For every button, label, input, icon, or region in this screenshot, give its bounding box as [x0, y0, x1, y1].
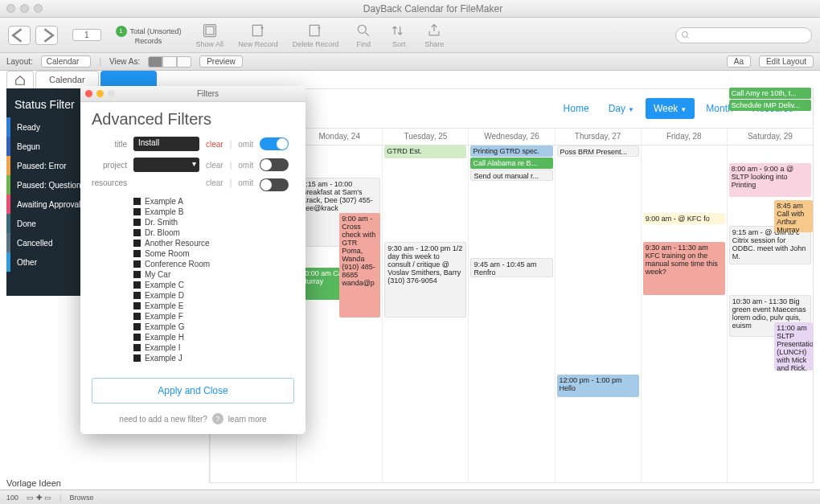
svg-point-4: [359, 25, 367, 33]
status-footer: 100 ▭ ✚ ▭ | Browse: [0, 490, 820, 504]
new-record-button[interactable]: New Record: [238, 23, 278, 48]
resources-list: Example AExample BDr. SmithDr. BloomAnot…: [80, 195, 305, 370]
event[interactable]: Schedule IMP Deliv...: [729, 100, 811, 111]
window-traffic-lights[interactable]: [6, 4, 43, 13]
event[interactable]: Call Amy re 10th, t...: [729, 88, 811, 99]
record-counter: 1: [72, 29, 101, 41]
help-icon[interactable]: ?: [212, 413, 223, 424]
resources-clear[interactable]: clear: [206, 178, 223, 187]
modal-traffic-lights[interactable]: [85, 90, 115, 97]
toolbar: 1 1 Total (Unsorted) Records Show All Ne…: [0, 18, 820, 53]
aa-button[interactable]: Aa: [727, 55, 751, 68]
title-label: title: [92, 140, 127, 149]
layout-select[interactable]: Calendar: [41, 55, 92, 68]
event[interactable]: 9:00 am - Cross check with GTR Poma, Wan…: [339, 213, 380, 318]
nav-home[interactable]: Home: [556, 98, 597, 119]
home-tab[interactable]: [6, 71, 34, 88]
resource-item[interactable]: Conference Room: [133, 259, 294, 269]
title-input[interactable]: Install: [133, 137, 199, 151]
event[interactable]: Send out manual r...: [470, 170, 552, 181]
event[interactable]: 9:00 am - @ KFC fo: [643, 213, 725, 224]
show-all-button[interactable]: Show All: [196, 23, 224, 48]
apply-close-button[interactable]: Apply and Close: [92, 378, 294, 404]
svg-rect-2: [252, 25, 262, 35]
resource-item[interactable]: Example J: [133, 353, 294, 363]
resource-item[interactable]: Dr. Bloom: [133, 227, 294, 238]
resource-item[interactable]: Example C: [133, 280, 294, 290]
window-titlebar: DayBack Calendar for FileMaker: [0, 0, 820, 18]
nav-week[interactable]: Week▼: [646, 98, 695, 119]
event[interactable]: 9:45 am - 10:45 am Renfro: [470, 258, 552, 277]
svg-rect-1: [206, 27, 214, 35]
event[interactable]: Poss BRM Present...: [557, 145, 639, 157]
resource-item[interactable]: Example D: [133, 290, 294, 301]
zoom-value[interactable]: 100: [6, 494, 18, 502]
resources-omit: omit: [238, 178, 253, 187]
record-number[interactable]: 1: [72, 29, 101, 41]
resource-item[interactable]: Some Room: [133, 248, 294, 259]
resources-omit-toggle[interactable]: [260, 178, 289, 191]
resource-item[interactable]: Example E: [133, 301, 294, 311]
event[interactable]: 11:00 am SLTP Presentation (LUNCH) with …: [774, 322, 813, 371]
total-label: Total (Unsorted): [130, 27, 182, 35]
event[interactable]: 12:00 pm - 1:00 pm Hello: [557, 375, 639, 397]
viewas-segmented[interactable]: [148, 56, 191, 68]
viewas-label: View As:: [109, 57, 140, 66]
resource-item[interactable]: Example I: [133, 342, 294, 353]
resource-item[interactable]: Another Resource: [133, 238, 294, 248]
event[interactable]: GTRD Est.: [384, 145, 466, 158]
nav-next-button[interactable]: [35, 26, 58, 45]
watermark: Vorlage Ideen: [6, 478, 61, 488]
layout-bar: Layout: Calendar | View As: Preview Aa E…: [0, 53, 820, 71]
day-header: Monday, 24: [296, 129, 382, 145]
modal-title: Advanced Filters: [80, 102, 305, 133]
find-button[interactable]: Find: [353, 23, 374, 48]
project-omit: omit: [238, 161, 253, 170]
day-header: Saturday, 29: [727, 129, 813, 145]
nav-day[interactable]: Day▼: [601, 98, 642, 119]
delete-record-button[interactable]: Delete Record: [293, 23, 339, 48]
event[interactable]: 9:30 am - 11:30 am KFC training on the m…: [643, 242, 725, 295]
resource-item[interactable]: Dr. Smith: [133, 217, 294, 227]
event[interactable]: 8:00 am - 9:00 a @ SLTP looking into Pri…: [729, 163, 811, 197]
modal-bar-title: Filters: [115, 89, 301, 98]
modal-titlebar: Filters: [80, 86, 305, 102]
sort-button[interactable]: Sort: [388, 23, 409, 48]
filters-modal: Filters Advanced Filters title Install c…: [80, 86, 305, 434]
svg-rect-3: [310, 25, 320, 35]
day-header: Thursday, 27: [555, 129, 641, 145]
found-badge: 1: [116, 26, 127, 37]
zoom-icons[interactable]: ▭ ✚ ▭: [27, 494, 51, 502]
mode-label[interactable]: Browse: [69, 494, 93, 502]
event[interactable]: Call Alabama re B...: [470, 158, 552, 169]
learn-more-link[interactable]: learn more: [228, 415, 267, 424]
resource-item[interactable]: My Car: [133, 269, 294, 280]
edit-layout-button[interactable]: Edit Layout: [759, 55, 814, 68]
resources-label: resources: [92, 178, 127, 187]
title-clear[interactable]: clear: [206, 140, 223, 149]
search-field[interactable]: [675, 27, 812, 43]
day-header: Tuesday, 25: [382, 129, 468, 145]
nav-prev-button[interactable]: [8, 26, 31, 45]
project-select[interactable]: ▾: [133, 158, 199, 172]
resource-item[interactable]: Example B: [133, 207, 294, 217]
records-label: Records: [116, 37, 182, 45]
project-clear[interactable]: clear: [206, 161, 223, 170]
event[interactable]: 8:45 am Call with Arthur Murray: [774, 200, 813, 232]
resource-item[interactable]: Example H: [133, 332, 294, 342]
day-header: Wednesday, 26: [468, 129, 554, 145]
svg-point-5: [682, 31, 687, 37]
title-omit: omit: [238, 140, 253, 149]
layout-label: Layout:: [6, 57, 33, 66]
project-omit-toggle[interactable]: [260, 158, 289, 171]
resource-item[interactable]: Example F: [133, 311, 294, 322]
day-header: Friday, 28: [641, 129, 727, 145]
resource-item[interactable]: Example G: [133, 322, 294, 332]
event[interactable]: Printing GTRD spec.: [470, 145, 552, 157]
event[interactable]: 9:30 am - 12:00 pm 1/2 day this week to …: [384, 242, 466, 318]
preview-button[interactable]: Preview: [199, 55, 243, 68]
title-omit-toggle[interactable]: [260, 137, 289, 150]
share-button[interactable]: Share: [424, 23, 445, 48]
resource-item[interactable]: Example A: [133, 196, 294, 207]
window-title: DayBack Calendar for FileMaker: [52, 3, 814, 14]
